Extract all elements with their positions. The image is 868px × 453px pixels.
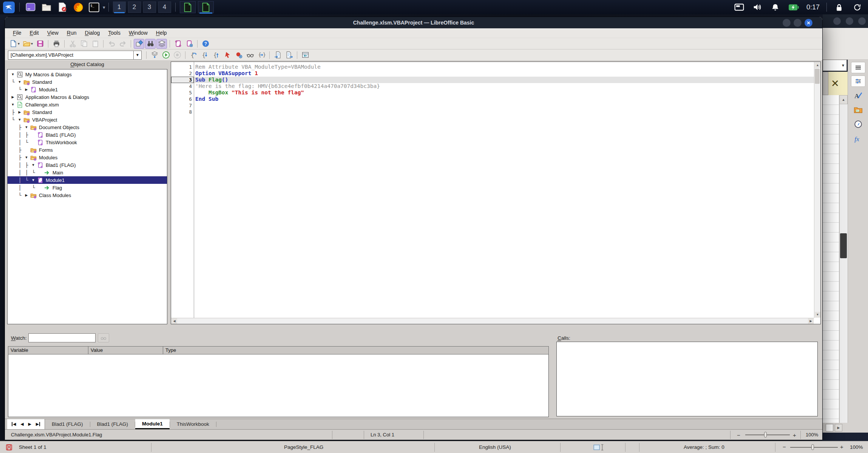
step-out-button[interactable]: { (211, 50, 221, 60)
last-tab-icon[interactable]: ▶ (36, 422, 40, 426)
tree-item-blad1-flag[interactable]: │├Blad1 (FLAG) (8, 131, 167, 139)
tree-item-vbaproject[interactable]: └▼VBAProject (8, 116, 167, 123)
menu-edit[interactable]: Edit (26, 28, 43, 38)
sidebar-properties-button[interactable] (851, 76, 865, 87)
line-gutter[interactable]: 6 (171, 96, 194, 102)
macro-organizer-button[interactable] (184, 39, 195, 49)
step-over-button[interactable]: { (188, 50, 199, 60)
files-app-icon[interactable] (40, 2, 53, 13)
code-line-5[interactable]: 5 MsgBox "This is not the flag" (171, 89, 814, 96)
object-catalog-button[interactable] (134, 39, 144, 49)
print-button[interactable] (51, 39, 62, 49)
calc-vertical-scrollbar[interactable] (839, 95, 848, 423)
code-text[interactable]: Rem Attribute VBA_ModuleType=VBAModule (194, 64, 814, 70)
notifications-icon[interactable] (770, 2, 781, 12)
expander-icon[interactable]: ▼ (30, 163, 36, 167)
next-tab-icon[interactable]: ▶ (28, 422, 31, 426)
workspace-1[interactable]: 1 (113, 2, 126, 13)
save-button[interactable] (35, 39, 45, 49)
taskbar-window-1[interactable] (180, 1, 196, 13)
import-dialog-button[interactable] (272, 50, 283, 60)
menu-window[interactable]: Window (125, 28, 152, 38)
sidebar-styles-button[interactable]: A (851, 90, 865, 101)
tree-item-document-objects[interactable]: ├▼Document Objects (8, 123, 167, 131)
close-button[interactable]: ✕ (805, 19, 812, 27)
terminal-dropdown-caret[interactable]: ▾ (103, 5, 105, 10)
help-button[interactable]: ? (200, 39, 211, 49)
tab-blad1-flag[interactable]: Blad1 (FLAG) (90, 419, 135, 429)
vertical-scrollbar-thumb[interactable] (815, 69, 820, 84)
menu-file[interactable]: File (9, 28, 26, 38)
minimize-button[interactable] (783, 19, 791, 27)
zoom-slider[interactable] (745, 435, 790, 435)
tab-module1[interactable]: Module1 (135, 419, 170, 429)
dropdown-caret-icon[interactable]: ▾ (18, 42, 20, 46)
export-dialog-button[interactable] (284, 50, 294, 60)
expander-icon[interactable]: ▶ (23, 193, 29, 197)
code-text[interactable]: MsgBox "This is not the flag" (194, 89, 814, 96)
calc-grid-fragment[interactable] (823, 95, 839, 423)
sidebar-navigator-button[interactable] (851, 119, 865, 130)
tree-item-main[interactable]: ││└Main (8, 169, 167, 176)
tree-item-thisworkbook[interactable]: │└ThisWorkbook (8, 139, 167, 146)
breakpoint-margin[interactable] (171, 70, 184, 77)
tree-item-challenge-xlsm[interactable]: ▼Challenge.xlsm (8, 101, 167, 108)
dropdown-caret-icon[interactable]: ▾ (31, 42, 33, 46)
editor-app-icon[interactable] (56, 2, 69, 13)
code-text[interactable] (194, 102, 814, 109)
calc-maximize-button[interactable] (846, 17, 853, 25)
code-editor[interactable]: 1Rem Attribute VBA_ModuleType=VBAModule2… (171, 62, 821, 324)
line-gutter[interactable]: 8 (171, 109, 194, 115)
code-line-6[interactable]: 6End Sub (171, 96, 814, 102)
expander-icon[interactable]: ▼ (17, 80, 23, 84)
breakpoint-margin[interactable] (171, 102, 184, 109)
taskbar-window-2[interactable] (198, 1, 214, 13)
manage-breakpoints-button[interactable] (233, 50, 244, 60)
code-line-8[interactable]: 8 (171, 109, 814, 115)
line-gutter[interactable]: 3 (171, 77, 194, 83)
code-area[interactable]: 1Rem Attribute VBA_ModuleType=VBAModule2… (171, 62, 814, 318)
titlebar[interactable]: Challenge.xlsm.VBAProject — LibreOffice … (5, 17, 822, 28)
expander-icon[interactable]: ▼ (30, 178, 36, 182)
code-line-1[interactable]: 1Rem Attribute VBA_ModuleType=VBAModule (171, 64, 814, 70)
expander-icon[interactable]: ▼ (10, 72, 16, 76)
volume-icon[interactable] (752, 2, 763, 12)
workspace-4[interactable]: 4 (158, 2, 171, 13)
code-text[interactable]: End Sub (194, 96, 814, 102)
scroll-left-icon[interactable]: ◀ (171, 318, 177, 324)
breakpoint-button[interactable] (222, 50, 233, 60)
calls-list[interactable] (556, 342, 818, 416)
tree-item-my-macros-dialogs[interactable]: ▼My Macros & Dialogs (8, 71, 167, 78)
expander-icon[interactable]: ▶ (17, 110, 23, 114)
line-gutter[interactable]: 1 (171, 64, 194, 70)
menu-view[interactable]: View (43, 28, 63, 38)
calc-scroll-right-button[interactable]: ▶ (835, 424, 842, 431)
firefox-icon[interactable] (72, 2, 85, 13)
column-type[interactable]: Type (163, 347, 548, 354)
column-variable[interactable]: Variable (8, 347, 88, 354)
breakpoint-margin[interactable] (171, 64, 184, 70)
menu-tools[interactable]: Tools (104, 28, 125, 38)
breakpoint-margin[interactable] (171, 109, 184, 115)
terminal-app-icon[interactable] (24, 2, 37, 13)
scroll-down-icon[interactable]: ▼ (815, 312, 820, 317)
tree-item-module1[interactable]: │└▼Module1 (8, 176, 167, 184)
zoom-slider-thumb[interactable] (811, 444, 814, 450)
calc-name-box[interactable]: ▾ (823, 60, 847, 71)
breakpoint-margin[interactable] (171, 96, 184, 102)
tab-blad1-flag[interactable]: Blad1 (FLAG) (45, 419, 90, 429)
line-gutter[interactable]: 7 (171, 102, 194, 109)
zoom-out-button[interactable]: − (737, 430, 740, 440)
terminal-window-icon[interactable]: $_ (88, 2, 100, 13)
modules-button[interactable] (156, 39, 167, 49)
scroll-up-icon[interactable]: ▲ (815, 62, 820, 68)
lock-icon[interactable] (833, 2, 845, 12)
code-line-7[interactable]: 7 (171, 102, 814, 109)
open-button[interactable]: ▾ (22, 39, 34, 49)
calc-minimize-button[interactable] (833, 17, 841, 25)
workspace-3[interactable]: 3 (143, 2, 156, 13)
find-replace-button[interactable] (145, 39, 156, 49)
breakpoint-margin[interactable] (171, 89, 184, 96)
zoom-slider[interactable] (790, 447, 838, 448)
menu-help[interactable]: Help (152, 28, 171, 38)
